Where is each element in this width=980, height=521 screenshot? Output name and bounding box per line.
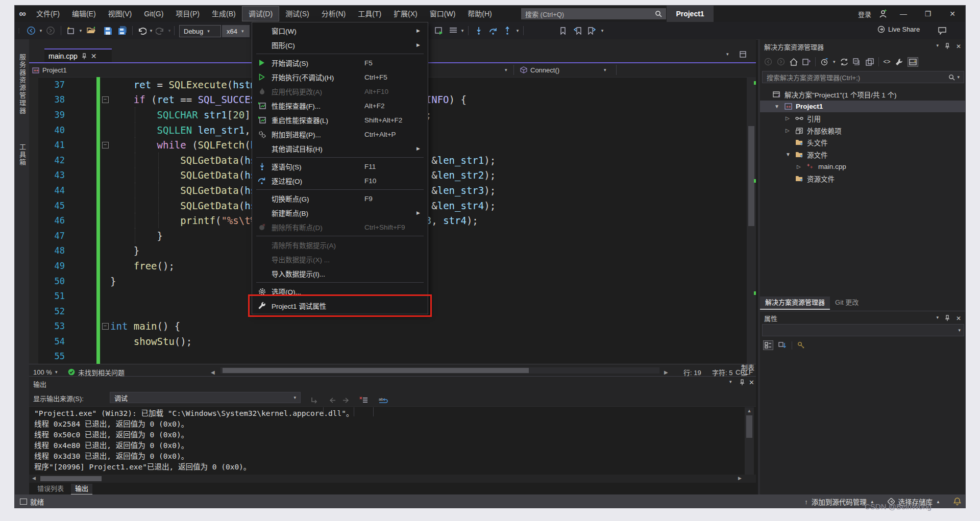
properties-close-icon[interactable]: ✕: [956, 315, 961, 322]
breakpoint-gutter[interactable]: [29, 319, 38, 334]
editor-vertical-scrollbar[interactable]: [747, 77, 756, 364]
expanded-arrow-icon[interactable]: ▼: [774, 104, 779, 109]
menubar-item[interactable]: 视图(V): [102, 6, 138, 21]
output-horizontal-scrollbar[interactable]: ◀ ▶: [29, 475, 756, 483]
sign-in-link[interactable]: 登录: [858, 9, 871, 19]
pending-changes-filter-icon[interactable]: [820, 58, 828, 66]
breakpoint-gutter[interactable]: [29, 274, 38, 289]
restore-button[interactable]: ❐: [919, 10, 937, 18]
solution-explorer-close-icon[interactable]: ✕: [956, 43, 961, 50]
tree-item--[interactable]: ▷外部依赖项: [760, 125, 966, 137]
breakpoint-gutter[interactable]: [29, 198, 38, 213]
menubar-item[interactable]: 生成(B): [206, 6, 242, 21]
menu-item[interactable]: 性能探查器(F)...Alt+F2: [252, 98, 428, 113]
breakpoint-gutter[interactable]: [29, 92, 38, 108]
menubar-item[interactable]: 工具(T): [352, 6, 387, 21]
code-line[interactable]: 53–int main() {: [29, 319, 747, 334]
view-code-icon[interactable]: <>: [884, 58, 891, 65]
collapsed-arrow-icon[interactable]: ▷: [797, 164, 801, 169]
properties-header[interactable]: 属性 ▾ ✕: [760, 311, 966, 325]
quick-search-input[interactable]: 搜索 (Ctrl+Q): [521, 8, 666, 19]
output-vertical-scrollbar[interactable]: ▲ ▼: [745, 407, 754, 483]
menu-item[interactable]: 清除所有数据提示(A): [252, 238, 428, 252]
breakpoint-gutter[interactable]: [29, 304, 38, 319]
solution-explorer-pin-icon[interactable]: [945, 43, 950, 50]
tree-item-main-cpp[interactable]: ▷++main.cpp: [760, 161, 966, 173]
properties-object-dropdown[interactable]: ▾: [762, 324, 964, 336]
tree-item--project1-1-1-[interactable]: 解决方案"Project1"(1 个项目/共 1 个): [760, 88, 966, 101]
collapse-all-icon[interactable]: [853, 58, 861, 66]
solution-explorer-options-chevron[interactable]: ▾: [936, 43, 939, 50]
se-forward-icon[interactable]: [777, 58, 785, 66]
background-task-icon[interactable]: [20, 499, 27, 505]
breakpoint-gutter[interactable]: [29, 77, 38, 92]
undo-button[interactable]: [136, 24, 148, 37]
add-to-source-control-button[interactable]: ↑ 添加到源代码管理 ▲: [804, 497, 874, 507]
menubar-item[interactable]: 文件(F): [30, 6, 66, 21]
close-tab-icon[interactable]: ✕: [91, 52, 97, 60]
solution-configuration-dropdown[interactable]: Debug▾: [179, 25, 221, 37]
tree-item--[interactable]: ▷引用: [760, 112, 966, 125]
menu-item[interactable]: 重启性能探查器(L)Shift+Alt+F2: [252, 113, 428, 127]
se-back-icon[interactable]: [764, 58, 772, 66]
code-line[interactable]: 54 showStu();: [29, 334, 747, 349]
menubar-item[interactable]: 窗口(W): [424, 6, 462, 21]
navigate-back-button[interactable]: [25, 24, 37, 37]
breakpoint-gutter[interactable]: [29, 107, 38, 122]
toolbar-drag-handle[interactable]: ⋮: [17, 24, 21, 37]
menu-item[interactable]: 开始执行(不调试)(H)Ctrl+F5: [252, 70, 428, 84]
editor-horizontal-scrollbar[interactable]: [220, 367, 659, 374]
properties-pin-icon[interactable]: [945, 315, 950, 322]
step-over-toolbar-icon[interactable]: [487, 24, 499, 37]
menu-item[interactable]: 选项(O)...: [252, 284, 428, 299]
bookmark-dropdown[interactable]: ▾: [600, 24, 605, 37]
fold-collapse-box[interactable]: –: [100, 323, 110, 330]
properties-wrench-icon[interactable]: [895, 58, 903, 66]
menubar-item[interactable]: 测试(S): [279, 6, 315, 21]
breakpoint-gutter[interactable]: [29, 349, 38, 364]
toolbox-tab[interactable]: 工具箱: [17, 143, 27, 166]
solution-platform-dropdown[interactable]: x64▾: [222, 25, 250, 37]
redo-dropdown[interactable]: ▾: [167, 24, 172, 37]
menu-item[interactable]: Project1 调试属性: [252, 299, 428, 313]
tab-main-cpp[interactable]: main.cpp ✕: [44, 48, 112, 62]
menubar-item[interactable]: 调试(D): [242, 6, 279, 21]
nav-type-dropdown-chevron[interactable]: ▾: [505, 63, 507, 77]
alphabetical-icon[interactable]: [778, 342, 787, 349]
windows-dropdown[interactable]: ▾: [460, 24, 465, 37]
debug-target-icon[interactable]: [433, 24, 445, 37]
step-into-toolbar-icon[interactable]: [473, 24, 484, 37]
menu-item[interactable]: 开始调试(S)F5: [252, 56, 428, 70]
breakpoint-gutter[interactable]: [29, 153, 38, 168]
home-icon[interactable]: [790, 58, 798, 66]
prev-bookmark-icon[interactable]: [572, 24, 582, 37]
fold-collapse-box[interactable]: –: [100, 142, 110, 148]
breakpoint-gutter[interactable]: [29, 228, 38, 243]
breakpoint-gutter[interactable]: [29, 243, 38, 259]
menu-item[interactable]: 新建断点(B)▶: [252, 206, 428, 220]
menubar-item[interactable]: 分析(N): [315, 6, 352, 21]
menu-item[interactable]: 其他调试目标(H)▶: [252, 141, 428, 156]
save-button[interactable]: [102, 24, 114, 37]
show-all-files-icon[interactable]: [866, 58, 874, 66]
pin-icon[interactable]: [82, 53, 87, 59]
categorized-icon[interactable]: [763, 340, 773, 350]
notifications-bell-icon[interactable]: [953, 498, 961, 506]
tree-item--[interactable]: ▼源文件: [760, 148, 966, 161]
document-list-dropdown-icon[interactable]: ▾: [726, 47, 729, 61]
next-message-icon[interactable]: [340, 394, 351, 406]
window-layout-icon[interactable]: [740, 47, 746, 61]
nav-member-chevron[interactable]: ▾: [604, 63, 606, 77]
step-out-toolbar-icon[interactable]: [502, 24, 513, 37]
filter-dropdown-chevron[interactable]: ▾: [833, 59, 836, 64]
menu-item[interactable]: 应用代码更改(A)Alt+F10: [252, 84, 428, 98]
breakpoint-gutter[interactable]: [29, 122, 38, 138]
breakpoint-gutter[interactable]: [29, 168, 38, 183]
bookmark-icon[interactable]: [558, 24, 568, 37]
output-source-dropdown[interactable]: 调试▾: [110, 392, 301, 403]
word-wrap-icon[interactable]: ab: [377, 394, 389, 406]
menubar-item[interactable]: Git(G): [138, 6, 169, 21]
menubar-item[interactable]: 项目(P): [169, 6, 206, 21]
profile-icon[interactable]: +: [878, 9, 888, 18]
collapsed-arrow-icon[interactable]: ▷: [786, 115, 790, 121]
